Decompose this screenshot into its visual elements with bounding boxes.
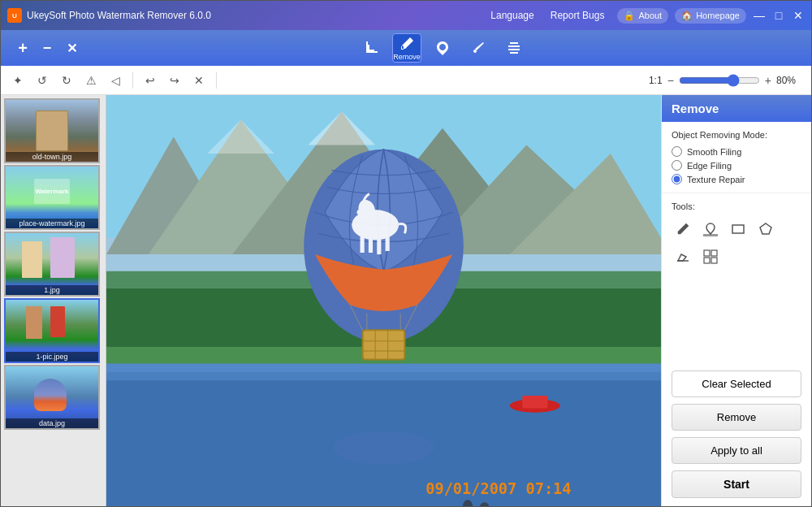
redo-button[interactable]: ↪ <box>164 70 185 91</box>
about-section: 🔒 About 🏠 Homepage <box>617 8 746 24</box>
sidebar-item[interactable]: old-town.jpg <box>4 98 100 163</box>
svg-rect-41 <box>732 225 744 233</box>
texture-repair-radio[interactable] <box>672 174 682 184</box>
svg-rect-47 <box>711 258 717 263</box>
title-bar: U UkeySoft Photo Watermark Remover 6.0.0… <box>1 1 811 30</box>
brush-tool-button[interactable] <box>464 33 493 63</box>
zoom-minus-icon[interactable]: − <box>667 74 674 87</box>
undo-button[interactable]: ↩ <box>140 70 161 91</box>
grid-tool-button[interactable]: ✦ <box>7 70 28 91</box>
lock-icon: 🔒 <box>624 11 635 21</box>
panel-header: Remove <box>662 95 811 122</box>
about-button[interactable]: 🔒 About <box>617 8 668 24</box>
maximize-button[interactable]: □ <box>772 9 785 22</box>
smooth-filing-option[interactable]: Smooth Filing <box>672 146 801 157</box>
add-file-button[interactable]: + <box>14 39 32 57</box>
zoom-slider[interactable] <box>679 74 760 87</box>
window-controls: — □ ✕ <box>753 9 805 22</box>
svg-rect-45 <box>711 250 717 256</box>
about-label: About <box>638 11 662 20</box>
svg-rect-46 <box>704 258 710 263</box>
svg-rect-19 <box>361 236 365 253</box>
clear-selected-button[interactable]: Clear Selected <box>672 370 801 397</box>
sidebar-item[interactable]: data.jpg <box>4 365 100 430</box>
toolbar-separator-2 <box>216 72 217 89</box>
remove-tool-label: Remove <box>393 53 421 61</box>
radio-group: Smooth Filing Edge Filing Texture Repair <box>672 146 801 184</box>
zoom-plus-icon[interactable]: + <box>765 74 771 87</box>
eraser-tool[interactable] <box>672 245 694 268</box>
canvas-area[interactable]: 09/01/2007 07:14 <box>106 95 661 506</box>
svg-rect-25 <box>363 330 405 359</box>
svg-point-36 <box>333 431 434 464</box>
pattern-tool[interactable] <box>699 245 722 268</box>
remove-button[interactable]: Remove <box>672 404 801 431</box>
smooth-filing-label: Smooth Filing <box>687 147 741 157</box>
thumb-filename: 1-pic.jpeg <box>6 352 98 362</box>
edge-filing-label: Edge Filing <box>687 161 732 171</box>
crop-tool-button[interactable] <box>356 33 386 63</box>
app-title: UkeySoft Photo Watermark Remover 6.0.0 <box>27 10 490 21</box>
edge-filing-option[interactable]: Edge Filing <box>672 160 801 171</box>
remove-file-button[interactable]: − <box>38 39 56 57</box>
mode-section: Object Removing Mode: Smooth Filing Edge… <box>662 122 811 193</box>
clear-button[interactable]: ✕ <box>188 70 209 91</box>
sidebar-item[interactable]: 1-pic.jpeg <box>4 298 100 363</box>
close-button[interactable]: ✕ <box>792 9 805 22</box>
file-sidebar: old-town.jpg Watermark place-watermark.j… <box>1 95 106 506</box>
toolbar-separator-1 <box>132 72 133 89</box>
sidebar-item[interactable]: 1.jpg <box>4 232 100 297</box>
svg-rect-20 <box>369 236 373 253</box>
remove-tool-button[interactable]: Remove <box>392 33 421 63</box>
flip-h-button[interactable]: ◁ <box>105 70 126 91</box>
rotate-right-button[interactable]: ↻ <box>56 70 77 91</box>
close-file-button[interactable]: ✕ <box>63 39 80 57</box>
polygon-tool[interactable] <box>754 218 777 240</box>
pencil-tool[interactable] <box>672 218 694 240</box>
apply-to-all-button[interactable]: Apply to all <box>672 437 801 464</box>
start-button[interactable]: Start <box>672 470 801 498</box>
svg-rect-22 <box>386 236 390 251</box>
zoom-percent: 80% <box>776 75 805 86</box>
texture-repair-option[interactable]: Texture Repair <box>672 174 801 184</box>
flip-v-button[interactable]: ⚠ <box>80 70 102 91</box>
rotate-left-button[interactable]: ↺ <box>32 70 53 91</box>
tools-title: Tools: <box>672 202 801 211</box>
svg-point-24 <box>356 209 365 215</box>
home-icon: 🏠 <box>681 11 693 21</box>
edge-filing-radio[interactable] <box>672 160 682 171</box>
thumb-filename: 1.jpg <box>6 285 98 295</box>
svg-rect-14 <box>106 364 661 372</box>
language-link[interactable]: Language <box>490 10 533 21</box>
smooth-filing-radio[interactable] <box>672 146 682 157</box>
sidebar-item[interactable]: Watermark place-watermark.jpg <box>4 165 100 230</box>
report-bugs-link[interactable]: Report Bugs <box>551 10 605 21</box>
title-nav: Language Report Bugs <box>490 10 604 21</box>
app-logo: U <box>7 8 22 23</box>
fill-tool-button[interactable] <box>428 33 457 63</box>
svg-rect-21 <box>377 236 381 254</box>
app-window: U UkeySoft Photo Watermark Remover 6.0.0… <box>0 0 812 507</box>
svg-text:09/01/2007 07:14: 09/01/2007 07:14 <box>425 480 571 497</box>
svg-marker-42 <box>760 223 771 234</box>
edit-toolbar: ✦ ↺ ↻ ⚠ ◁ ↩ ↪ ✕ 1:1 − + 80% <box>1 66 811 95</box>
clone-tool-button[interactable] <box>499 33 529 63</box>
thumb-filename: place-watermark.jpg <box>6 219 98 228</box>
zoom-ratio: 1:1 <box>649 75 663 86</box>
homepage-button[interactable]: 🏠 Homepage <box>675 8 746 24</box>
right-panel: Remove Object Removing Mode: Smooth Fili… <box>661 95 811 506</box>
svg-rect-44 <box>704 250 710 256</box>
svg-rect-35 <box>522 396 547 409</box>
main-toolbar: + − ✕ Remove <box>1 30 811 66</box>
rectangle-tool[interactable] <box>727 218 749 240</box>
thumb-filename: old-town.jpg <box>6 152 98 162</box>
thumb-filename: data.jpg <box>6 418 98 428</box>
svg-rect-40 <box>703 234 718 236</box>
zoom-controls: 1:1 − + 80% <box>649 74 805 87</box>
mode-title: Object Removing Mode: <box>672 130 801 140</box>
minimize-button[interactable]: — <box>753 9 766 22</box>
main-area: old-town.jpg Watermark place-watermark.j… <box>1 95 811 506</box>
fill-tool[interactable] <box>699 218 722 240</box>
panel-actions: Clear Selected Remove Apply to all Start <box>662 362 811 506</box>
drawing-tools-section: Tools: <box>662 193 811 276</box>
